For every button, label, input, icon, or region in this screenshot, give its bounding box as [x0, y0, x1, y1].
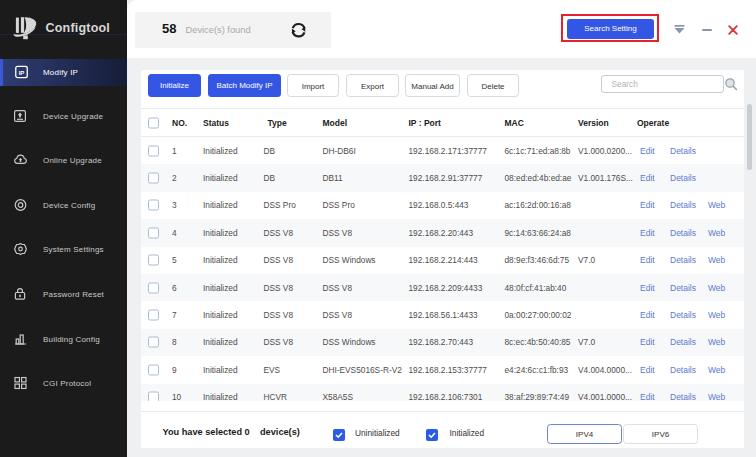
- svg-text:IP: IP: [18, 70, 24, 76]
